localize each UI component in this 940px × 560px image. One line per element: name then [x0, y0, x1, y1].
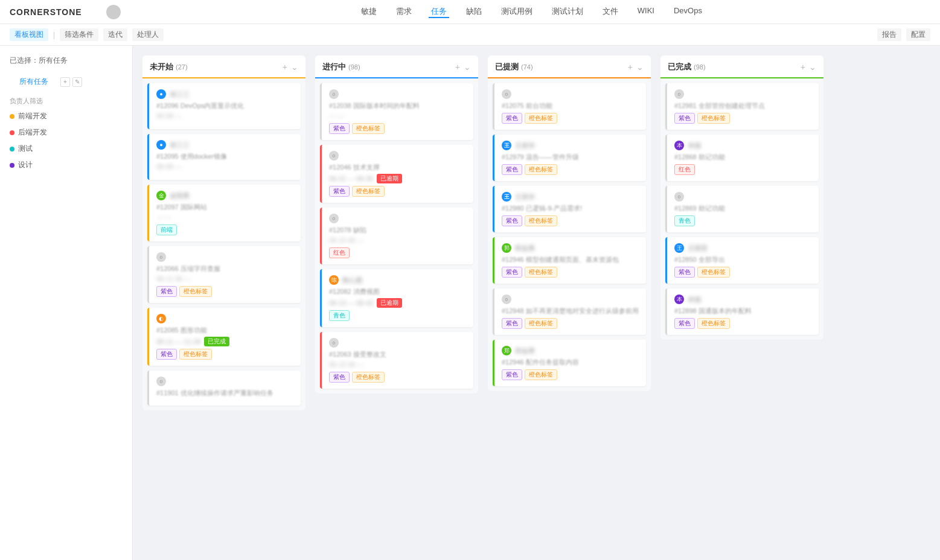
card-status-icon: 王	[502, 192, 511, 202]
task-card[interactable]: 郭 郭金果 #12946 模型创建通期页面、基末资源包 紫色 橙色标签	[493, 237, 646, 284]
card-status-icon: ○	[674, 89, 684, 99]
column-in-progress: 进行中 (98) + ⌄ ○ #12038 国际版本时间的年配料 — —	[315, 56, 478, 393]
tag: 紫色	[674, 318, 695, 329]
task-card[interactable]: ● 张三三 #12095 使用docker镜像 06-08 —	[147, 134, 301, 180]
cards-container: ○ #12038 国际版本时间的年配料 — — 紫色 橙色标签 ○	[315, 78, 478, 393]
card-meta: 06-15 06 —	[329, 237, 466, 244]
card-status-icon: 郭	[502, 243, 511, 253]
nav-item-requirements[interactable]: 需求	[394, 6, 414, 18]
card-id: #12066 压缩字符查服	[156, 264, 293, 273]
app-logo: CORNERSTONE	[10, 7, 82, 17]
nav-item-tasks[interactable]: 任务	[429, 6, 449, 18]
card-meta: 06-08 —	[156, 163, 293, 170]
task-card[interactable]: ○ #12066 压缩字符查服 06-11 06 — 紫色 橙色标签	[147, 246, 301, 303]
task-card[interactable]: 郑 郑金果 #12946 配件任务提取内容 紫色 橙色标签	[493, 340, 646, 386]
nav-item-devops[interactable]: DevOps	[671, 6, 705, 18]
column-more-btn[interactable]: ⌄	[464, 62, 471, 72]
tag: 紫色	[502, 267, 522, 278]
sidebar-person-backend[interactable]: 后端开发	[0, 124, 132, 141]
nav-item-defects[interactable]: 缺陷	[464, 6, 484, 18]
add-task-button[interactable]: +	[60, 77, 70, 87]
card-date: 06-11 — 11-28	[156, 338, 200, 345]
sub-nav-config[interactable]: 配置	[906, 28, 930, 41]
sub-nav-report[interactable]: 报告	[877, 28, 901, 41]
tag: 紫色	[502, 215, 522, 226]
design-dot	[10, 163, 14, 168]
column-add-btn[interactable]: +	[283, 62, 287, 72]
card-user: 张三三	[170, 141, 190, 150]
nav-item-test-plans[interactable]: 测试计划	[549, 6, 586, 18]
column-add-btn[interactable]: +	[628, 62, 633, 72]
sub-nav-board-view[interactable]: 看板视图	[10, 28, 48, 41]
card-tags: 红色	[329, 247, 466, 258]
column-more-btn[interactable]: ⌄	[636, 62, 644, 72]
card-status-icon: ○	[674, 192, 684, 202]
column-header-submitted: 已提测 (74) + ⌄	[488, 56, 651, 78]
card-status-icon: 本	[674, 294, 684, 304]
column-add-btn[interactable]: +	[801, 62, 805, 72]
tag: 橙色标签	[525, 164, 557, 175]
task-card[interactable]: ○ #12063 接受整改文 06-15 06 — 紫色 橙色标签	[320, 332, 473, 389]
task-card[interactable]: ○ #12078 缺陷 06-15 06 — 红色	[320, 208, 473, 264]
sidebar-person-frontend[interactable]: 前端开发	[0, 108, 132, 124]
all-tasks-link[interactable]: 所有任务	[10, 73, 58, 91]
sub-nav-iteration[interactable]: 迭代	[103, 28, 127, 41]
card-tags: 紫色 橙色标签	[329, 372, 466, 383]
task-card[interactable]: 王 王雨里 #12850 全部导出 紫色 橙色标签	[665, 237, 819, 284]
card-user: 金雨果	[170, 191, 190, 200]
card-id: #12063 接受整改文	[329, 350, 466, 359]
column-add-btn[interactable]: +	[455, 62, 460, 72]
card-user: 王美华	[515, 192, 535, 202]
task-card[interactable]: ○ #12046 技术支撑 06-21 — 06-30 已逾期 紫色 橙色标签	[320, 145, 473, 203]
tag: 紫色	[674, 113, 695, 124]
nav-item-files[interactable]: 文件	[600, 6, 621, 18]
card-date: 06-13 — 06-42	[329, 299, 373, 307]
task-card[interactable]: 王 王美华 #12979 温告——管件升级 紫色 橙色标签	[493, 135, 646, 181]
task-card[interactable]: 本 本德 #12868 助记功能 红色	[665, 135, 819, 181]
card-status-icon: ○	[329, 338, 339, 348]
card-id: #12850 全部导出	[674, 255, 811, 264]
task-card[interactable]: ○ #12038 国际版本时间的年配料 — — 紫色 橙色标签	[320, 83, 473, 140]
task-card[interactable]: ● 张三三 #12096 DevOps内置显示优化 06-08 —	[147, 83, 301, 129]
nav-item-wiki[interactable]: WIKI	[635, 6, 657, 18]
card-status-icon: ○	[502, 294, 511, 304]
card-tags: 红色	[674, 164, 811, 175]
nav-item-test-cases[interactable]: 测试用例	[499, 6, 535, 18]
edit-task-button[interactable]: ✎	[72, 77, 82, 87]
column-more-btn[interactable]: ⌄	[291, 62, 298, 72]
task-card[interactable]: 金 金雨果 #12097 国际网站 — — 前端	[147, 185, 301, 241]
task-card[interactable]: ◐ #12085 图形功能 06-11 — 11-28 已完成 紫色 橙色标签	[147, 308, 301, 366]
card-user: 张三三	[170, 90, 190, 99]
column-more-btn[interactable]: ⌄	[809, 62, 816, 72]
task-card[interactable]: 王 王美华 #12980 已逻辑-9-产品需求! 紫色 橙色标签	[493, 186, 646, 232]
sub-navigation: 看板视图 | 筛选条件 迭代 处理人 报告 配置	[0, 24, 940, 46]
card-user: 王雨里	[688, 244, 708, 253]
sub-nav-filter[interactable]: 筛选条件	[60, 28, 98, 41]
task-card[interactable]: ○ #12869 助记功能 青色	[665, 186, 819, 232]
card-tags: 紫色 橙色标签	[502, 164, 639, 175]
card-id: #12948 如不再更清楚地对安全进行从级参前用	[502, 307, 639, 316]
card-id: #12096 DevOps内置显示优化	[156, 101, 293, 110]
tag: 橙色标签	[352, 123, 385, 134]
task-card[interactable]: 本 本德 #12898 国通版本的年配料 紫色 橙色标签	[665, 288, 819, 335]
card-status-icon: ○	[329, 214, 339, 223]
sidebar-person-test[interactable]: 测试	[0, 141, 132, 157]
card-status-icon: ○	[329, 89, 339, 99]
nav-item-agile[interactable]: 敏捷	[359, 6, 379, 18]
column-actions: + ⌄	[283, 62, 298, 72]
top-navigation: CORNERSTONE 敏捷 需求 任务 缺陷 测试用例 测试计划 文件 WIK…	[0, 0, 940, 24]
task-card[interactable]: ○ #12075 前台功能 紫色 橙色标签	[493, 83, 646, 130]
task-card[interactable]: ○ #11901 优化继续操作请求严重影响任务	[147, 371, 301, 406]
card-meta: 06-11 06 —	[156, 275, 293, 282]
task-card[interactable]: ○ #12948 如不再更清楚地对安全进行从级参前用 紫色 橙色标签	[493, 288, 646, 335]
sub-nav-handler[interactable]: 处理人	[132, 28, 164, 41]
card-tags: 紫色 橙色标签	[674, 318, 811, 329]
user-avatar[interactable]	[106, 5, 121, 19]
column-not-started: 未开始 (27) + ⌄ ● 张三三 #12096 DevOps内置显示优化 0…	[142, 56, 305, 410]
tag: 橙色标签	[352, 186, 385, 197]
task-card[interactable]: 陈 陈心愿 #12082 消费视图 06-13 — 06-42 已逾期 青色	[320, 269, 473, 327]
task-card[interactable]: ○ #12981 全部管控创建处理节点 紫色 橙色标签	[665, 83, 819, 130]
cards-container: ● 张三三 #12096 DevOps内置显示优化 06-08 — ● 张三三 …	[142, 78, 305, 410]
sidebar-person-design[interactable]: 设计	[0, 157, 132, 173]
card-status-icon: ●	[156, 89, 166, 99]
